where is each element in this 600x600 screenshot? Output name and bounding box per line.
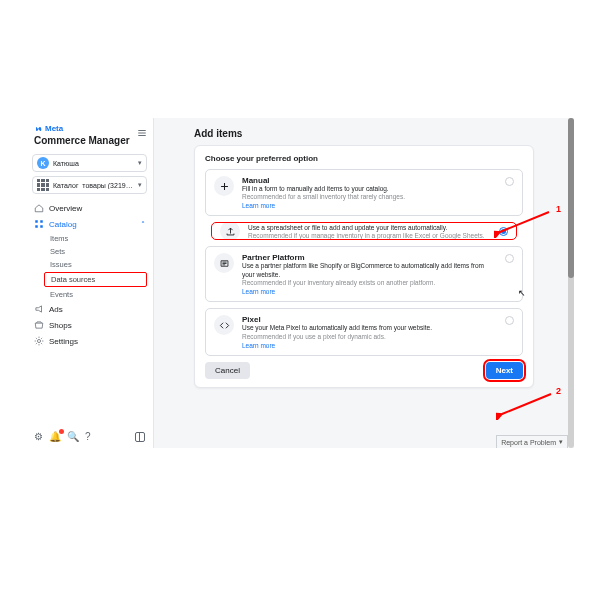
cancel-button[interactable]: Cancel: [205, 362, 250, 379]
nav-events[interactable]: Events: [26, 288, 153, 301]
account-name: Катюша: [53, 160, 136, 167]
report-problem-button[interactable]: Report a Problem ▾: [496, 435, 568, 448]
option-pixel[interactable]: Pixel Use your Meta Pixel to automatical…: [205, 308, 523, 355]
nav-label: Ads: [49, 305, 63, 314]
app-title: Commerce Manager: [34, 135, 145, 146]
nav-ads[interactable]: Ads: [26, 301, 153, 317]
chevron-down-icon: ▾: [138, 159, 142, 167]
brand-text: Meta: [45, 124, 63, 133]
svg-rect-2: [35, 225, 38, 228]
app-window: Meta Commerce Manager K Катюша ▾ Каталог…: [26, 118, 574, 448]
catalog-name: Каталог_товары (321953346...: [53, 182, 136, 189]
shop-icon: [34, 320, 44, 330]
panel-subtitle: Choose your preferred option: [205, 154, 523, 163]
option-desc: Use your Meta Pixel to automatically add…: [242, 324, 497, 332]
annotation-label-1: 1: [556, 204, 561, 214]
option-partner-platform[interactable]: Partner Platform Use a partner platform …: [205, 246, 523, 302]
chevron-down-icon: ▾: [138, 181, 142, 189]
option-title: Pixel: [242, 315, 497, 324]
nav-items[interactable]: Items: [26, 232, 153, 245]
page-title: Add items: [194, 128, 534, 139]
sidebar-footer: ⚙ 🔔 🔍 ?: [26, 425, 153, 448]
panel-toggle-icon[interactable]: [135, 432, 145, 442]
cursor-icon: ↖: [518, 288, 526, 298]
nav-label: Shops: [49, 321, 72, 330]
code-icon: [214, 315, 234, 335]
bell-icon[interactable]: 🔔: [49, 431, 61, 442]
nav-shops[interactable]: Shops: [26, 317, 153, 333]
plus-icon: [214, 176, 234, 196]
option-rec: Recommended if your inventory already ex…: [242, 279, 497, 286]
account-selector[interactable]: K Катюша ▾: [32, 154, 147, 172]
nav-catalog[interactable]: Catalog ˄: [26, 216, 153, 232]
nav-sets[interactable]: Sets: [26, 245, 153, 258]
nav-label: Catalog: [49, 220, 77, 229]
nav: Overview Catalog ˄ Items Sets Issues Dat…: [26, 200, 153, 349]
nav-label: Settings: [49, 337, 78, 346]
help-icon[interactable]: ?: [85, 431, 91, 442]
chevron-up-icon: ˄: [141, 220, 145, 229]
radio-button[interactable]: [505, 316, 514, 325]
nav-overview[interactable]: Overview: [26, 200, 153, 216]
option-title: Manual: [242, 176, 497, 185]
radio-button[interactable]: [499, 227, 508, 236]
option-data-feed[interactable]: Data feed Use a spreadsheet or file to a…: [211, 222, 517, 240]
gear-icon: [34, 336, 44, 346]
option-manual[interactable]: Manual Fill in a form to manually add it…: [205, 169, 523, 216]
menu-toggle-icon[interactable]: [137, 124, 147, 142]
search-icon[interactable]: 🔍: [67, 431, 79, 442]
learn-more-link[interactable]: Learn more: [242, 342, 497, 349]
nav-issues[interactable]: Issues: [26, 258, 153, 271]
option-desc: Use a spreadsheet or file to add and upd…: [248, 224, 491, 232]
report-label: Report a Problem: [501, 439, 556, 446]
avatar: K: [37, 157, 49, 169]
nav-label: Overview: [49, 204, 82, 213]
option-title: Partner Platform: [242, 253, 497, 262]
meta-logo-icon: [34, 125, 42, 133]
option-rec: Recommended if you manage inventory in a…: [248, 232, 491, 239]
option-rec: Recommended if you use a pixel for dynam…: [242, 333, 497, 340]
catalog-icon: [37, 179, 49, 191]
gear-icon[interactable]: ⚙: [34, 431, 43, 442]
radio-button[interactable]: [505, 177, 514, 186]
home-icon: [34, 203, 44, 213]
partner-icon: [214, 253, 234, 273]
option-desc: Fill in a form to manually add items to …: [242, 185, 497, 193]
svg-point-4: [37, 339, 40, 342]
catalog-grid-icon: [34, 219, 44, 229]
svg-rect-0: [35, 220, 38, 223]
chevron-down-icon: ▾: [559, 438, 563, 446]
option-rec: Recommended for a small inventory that r…: [242, 193, 497, 200]
nav-settings[interactable]: Settings: [26, 333, 153, 349]
options-panel: Choose your preferred option Manual Fill…: [194, 145, 534, 388]
radio-button[interactable]: [505, 254, 514, 263]
nav-data-sources[interactable]: Data sources: [44, 272, 147, 287]
annotation-label-2: 2: [556, 386, 561, 396]
svg-rect-1: [40, 220, 43, 223]
sidebar: Meta Commerce Manager K Катюша ▾ Каталог…: [26, 118, 154, 448]
main-content: Add items Choose your preferred option M…: [154, 118, 574, 448]
megaphone-icon: [34, 304, 44, 314]
learn-more-link[interactable]: Learn more: [242, 202, 497, 209]
option-desc: Use a partner platform like Shopify or B…: [242, 262, 497, 279]
brand: Meta: [34, 124, 145, 133]
learn-more-link[interactable]: Learn more: [242, 288, 497, 295]
svg-rect-3: [40, 225, 43, 228]
next-button[interactable]: Next: [486, 362, 523, 379]
catalog-selector[interactable]: Каталог_товары (321953346... ▾: [32, 176, 147, 194]
upload-icon: [220, 222, 240, 240]
